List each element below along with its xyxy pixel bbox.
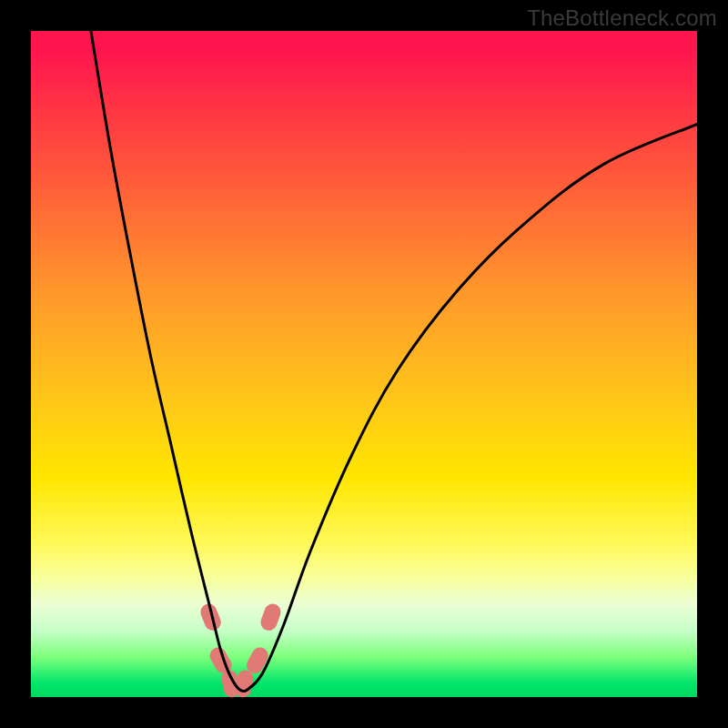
- curve-marker: [258, 602, 283, 632]
- watermark-text: TheBottleneck.com: [527, 5, 717, 31]
- plot-area: [31, 31, 697, 697]
- chart-frame: TheBottleneck.com: [0, 0, 728, 728]
- bottleneck-curve: [91, 31, 697, 692]
- curve-svg: [31, 31, 697, 697]
